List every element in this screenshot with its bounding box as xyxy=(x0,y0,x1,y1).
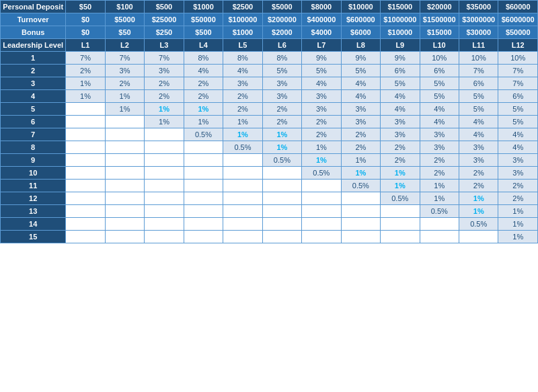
cell-11-4 xyxy=(223,192,262,205)
cell-5-6: 2% xyxy=(302,116,341,128)
cell-6-9: 3% xyxy=(420,128,459,141)
table-row: 110.5%1%1%2%2% xyxy=(1,180,538,192)
cell-11-6 xyxy=(302,192,341,205)
cell-4-6: 3% xyxy=(302,103,341,116)
turnover-col-7: $600000 xyxy=(341,13,380,26)
cell-14-10 xyxy=(459,231,498,243)
cell-10-11: 2% xyxy=(498,180,538,192)
turnover-col-2: $25000 xyxy=(145,13,184,26)
cell-6-8: 3% xyxy=(381,128,420,141)
cell-7-9: 3% xyxy=(420,141,459,154)
leadership-col-7: L8 xyxy=(341,39,380,52)
personal-deposit-col-10: $35000 xyxy=(459,1,498,13)
row-label-5: 6 xyxy=(1,116,66,128)
cell-14-9 xyxy=(420,231,459,243)
cell-4-5: 2% xyxy=(262,103,301,116)
personal-deposit-col-11: $60000 xyxy=(498,1,538,13)
cell-6-10: 4% xyxy=(459,128,498,141)
leadership-col-2: L3 xyxy=(145,39,184,52)
personal-deposit-col-1: $100 xyxy=(105,1,144,13)
table-row: 100.5%1%1%2%2%3% xyxy=(1,167,538,180)
cell-2-4: 3% xyxy=(223,77,262,90)
cell-9-2 xyxy=(145,167,184,180)
cell-5-5: 2% xyxy=(262,116,301,128)
table-row: 22%3%3%4%4%5%5%5%6%6%7%7% xyxy=(1,65,538,77)
cell-6-4: 1% xyxy=(223,128,262,141)
cell-3-11: 6% xyxy=(498,90,538,103)
leadership-col-1: L2 xyxy=(105,39,144,52)
personal-deposit-col-0: $50 xyxy=(66,1,105,13)
cell-6-2 xyxy=(145,128,184,141)
table-row: 151% xyxy=(1,231,538,243)
cell-1-0: 2% xyxy=(66,65,105,77)
cell-13-9 xyxy=(420,218,459,231)
row-label-14: 15 xyxy=(1,231,66,243)
cell-4-11: 5% xyxy=(498,103,538,116)
personal-deposit-col-2: $500 xyxy=(145,1,184,13)
cell-13-2 xyxy=(145,218,184,231)
cell-2-3: 2% xyxy=(184,77,223,90)
cell-2-2: 2% xyxy=(145,77,184,90)
cell-11-11: 2% xyxy=(498,192,538,205)
row-label-10: 11 xyxy=(1,180,66,192)
cell-7-5: 1% xyxy=(262,141,301,154)
cell-1-11: 7% xyxy=(498,65,538,77)
row-label-2: 3 xyxy=(1,77,66,90)
bonus-label: Bonus xyxy=(1,26,66,39)
row-label-0: 1 xyxy=(1,52,66,65)
cell-9-5 xyxy=(262,167,301,180)
bonus-col-6: $4000 xyxy=(302,26,341,39)
cell-10-4 xyxy=(223,180,262,192)
row-label-13: 14 xyxy=(1,218,66,231)
leadership-col-3: L4 xyxy=(184,39,223,52)
cell-12-1 xyxy=(105,205,144,218)
commission-table: Personal Deposit$50$100$500$1000$2500$50… xyxy=(0,0,538,243)
cell-11-10: 1% xyxy=(459,192,498,205)
leadership-col-11: L12 xyxy=(498,39,538,52)
cell-3-9: 5% xyxy=(420,90,459,103)
cell-11-5 xyxy=(262,192,301,205)
personal-deposit-col-9: $20000 xyxy=(420,1,459,13)
cell-10-0 xyxy=(66,180,105,192)
cell-12-6 xyxy=(302,205,341,218)
cell-8-9: 2% xyxy=(420,154,459,167)
cell-8-2 xyxy=(145,154,184,167)
leadership-col-8: L9 xyxy=(381,39,420,52)
cell-10-10: 2% xyxy=(459,180,498,192)
turnover-col-9: $1500000 xyxy=(420,13,459,26)
cell-10-1 xyxy=(105,180,144,192)
cell-3-10: 5% xyxy=(459,90,498,103)
cell-1-10: 7% xyxy=(459,65,498,77)
cell-4-1: 1% xyxy=(105,103,144,116)
cell-5-2: 1% xyxy=(145,116,184,128)
table-row: 70.5%1%1%2%2%3%3%4%4% xyxy=(1,128,538,141)
cell-4-9: 4% xyxy=(420,103,459,116)
cell-10-7: 0.5% xyxy=(341,180,380,192)
cell-10-2 xyxy=(145,180,184,192)
leadership-col-5: L6 xyxy=(262,39,301,52)
row-label-9: 10 xyxy=(1,167,66,180)
cell-9-10: 2% xyxy=(459,167,498,180)
turnover-col-5: $200000 xyxy=(262,13,301,26)
cell-10-5 xyxy=(262,180,301,192)
cell-5-0 xyxy=(66,116,105,128)
cell-5-4: 1% xyxy=(223,116,262,128)
table-row: 31%2%2%2%3%3%4%4%5%5%6%7% xyxy=(1,77,538,90)
cell-11-8: 0.5% xyxy=(381,192,420,205)
turnover-col-0: $0 xyxy=(66,13,105,26)
cell-3-7: 4% xyxy=(341,90,380,103)
cell-8-5: 0.5% xyxy=(262,154,301,167)
cell-6-6: 2% xyxy=(302,128,341,141)
cell-14-0 xyxy=(66,231,105,243)
table-row: 51%1%1%2%2%3%3%4%4%5%5% xyxy=(1,103,538,116)
table-row: 120.5%1%1%2% xyxy=(1,192,538,205)
cell-12-11: 1% xyxy=(498,205,538,218)
cell-0-7: 9% xyxy=(341,52,380,65)
bonus-col-10: $30000 xyxy=(459,26,498,39)
turnover-col-6: $400000 xyxy=(302,13,341,26)
cell-13-1 xyxy=(105,218,144,231)
cell-8-4 xyxy=(223,154,262,167)
personal-deposit-col-4: $2500 xyxy=(223,1,262,13)
cell-13-11: 1% xyxy=(498,218,538,231)
cell-7-3 xyxy=(184,141,223,154)
